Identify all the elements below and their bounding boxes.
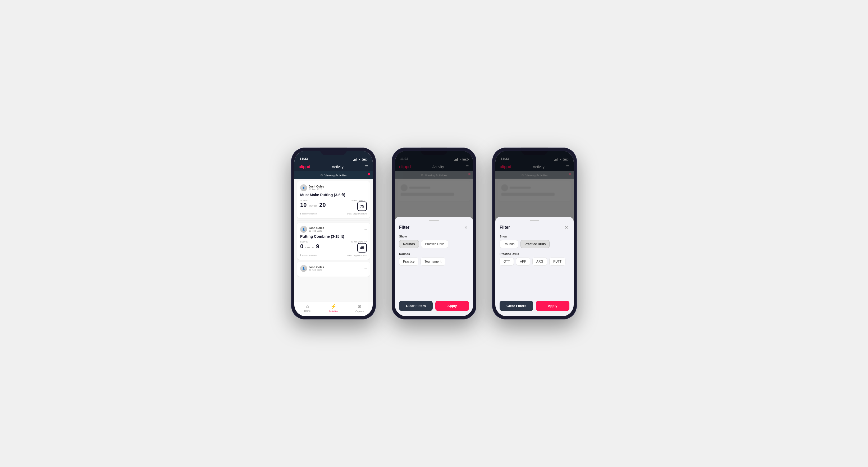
rounds-buttons-2: Practice Tournament	[399, 257, 469, 266]
apply-btn-2[interactable]: Apply	[435, 301, 469, 311]
score-value-1: 10	[300, 201, 307, 208]
notification-dot-1	[368, 173, 370, 175]
user-name-3: Josh Coles	[309, 266, 324, 269]
shot-quality-label-2: Shot Quality	[351, 241, 367, 243]
rounds-label-2: Rounds	[399, 252, 469, 255]
data-source-1: Data: Clippd Capture	[347, 213, 367, 215]
activities-label-1: Activities	[329, 310, 338, 313]
modal-header-3: Filter ✕	[500, 224, 569, 230]
phone-2: 11:33 ▲ clippd Activity	[392, 148, 476, 319]
activity-title-1: Must Make Putting (3-6 ft)	[300, 193, 367, 197]
modal-overlay-3: Filter ✕ Show Rounds Practice Drills Pra…	[495, 151, 574, 316]
rounds-section-2: Rounds Practice Tournament	[399, 252, 469, 266]
viewing-bar-1[interactable]: ⚙ Viewing Activities	[294, 172, 373, 179]
test-info-2: ℹ Test Information	[300, 254, 317, 256]
bottom-nav-1: ⌂ Home ⚡ Activities ⊕ Capture	[294, 301, 373, 316]
divider-1	[297, 220, 370, 221]
activity-item-3[interactable]: 👤 Josh Coles 28 Feb 2023 ···	[297, 262, 370, 277]
putt-btn-3[interactable]: PUTT	[549, 257, 565, 266]
show-buttons-2: Rounds Practice Drills	[399, 240, 469, 248]
modal-close-2[interactable]: ✕	[463, 224, 469, 230]
modal-title-3: Filter	[500, 225, 510, 230]
user-date-1: 28 Feb 2023	[309, 188, 324, 191]
practice-drills-btn-2[interactable]: Practice Drills	[421, 240, 448, 248]
modal-footer-3: Clear Filters Apply	[500, 297, 569, 311]
modal-title-2: Filter	[399, 225, 409, 230]
activity-item-1[interactable]: 👤 Josh Coles 28 Feb 2023 ··· Must Make P…	[297, 181, 370, 218]
show-buttons-3: Rounds Practice Drills	[500, 240, 569, 248]
practice-section-3: Practice Drills OTT APP ARG PUTT	[500, 252, 569, 266]
show-label-2: Show	[399, 235, 469, 238]
user-date-3: 28 Feb 2023	[309, 269, 324, 271]
activity-item-2[interactable]: 👤 Josh Coles 28 Feb 2023 ··· Putting Com…	[297, 223, 370, 260]
modal-handle-3	[530, 220, 539, 221]
capture-label-1: Capture	[355, 310, 364, 313]
practice-drills-btn-3[interactable]: Practice Drills	[521, 240, 550, 248]
status-time-1: 11:33	[300, 157, 308, 161]
nav-capture-1[interactable]: ⊕ Capture	[346, 304, 373, 313]
clear-filters-btn-2[interactable]: Clear Filters	[399, 301, 433, 311]
more-options-1[interactable]: ···	[364, 186, 367, 190]
tournament-btn-2[interactable]: Tournament	[421, 257, 445, 266]
practice-drills-label-3: Practice Drills	[500, 252, 569, 255]
user-info-3: 👤 Josh Coles 28 Feb 2023	[300, 265, 324, 272]
home-icon-1: ⌂	[306, 304, 309, 309]
modal-header-2: Filter ✕	[399, 224, 469, 230]
out-of-1: OUT OF	[308, 205, 317, 207]
data-source-2: Data: Clippd Capture	[347, 254, 367, 256]
arg-btn-3[interactable]: ARG	[532, 257, 547, 266]
battery-icon-1	[362, 158, 367, 161]
user-name-2: Josh Coles	[309, 226, 324, 229]
header-title-1: Activity	[332, 165, 343, 169]
nav-home-1[interactable]: ⌂ Home	[294, 304, 320, 313]
shot-quality-value-1: 75	[360, 204, 364, 208]
avatar-3: 👤	[300, 265, 307, 272]
filter-icon-1: ⚙	[320, 174, 323, 177]
practice-buttons-3: OTT APP ARG PUTT	[500, 257, 569, 266]
viewing-bar-text-1: Viewing Activities	[324, 174, 347, 177]
rounds-btn-3[interactable]: Rounds	[500, 240, 518, 248]
more-options-2[interactable]: ···	[364, 227, 367, 231]
show-label-3: Show	[500, 235, 569, 238]
menu-icon-1[interactable]: ☰	[365, 165, 368, 169]
out-of-2: OUT OF	[305, 246, 314, 249]
score-value-2: 0	[300, 243, 303, 250]
filter-show-section-3: Show Rounds Practice Drills	[500, 235, 569, 248]
notch-1	[320, 148, 347, 155]
capture-icon-1: ⊕	[358, 304, 362, 309]
test-info-1: ℹ Test Information	[300, 213, 317, 215]
score-label-1: Score	[300, 199, 326, 201]
modal-handle-2	[429, 220, 439, 221]
nav-activities-1[interactable]: ⚡ Activities	[320, 304, 347, 313]
avatar-1: 👤	[300, 184, 307, 191]
activity-list-1: 👤 Josh Coles 28 Feb 2023 ··· Must Make P…	[294, 179, 373, 301]
status-icons-1: ▲	[353, 158, 367, 161]
filter-sheet-2: Filter ✕ Show Rounds Practice Drills Rou…	[395, 217, 473, 316]
activities-icon-1: ⚡	[331, 304, 336, 309]
avatar-2: 👤	[300, 226, 307, 233]
phone-1: 11:33 ▲ clippd Activity	[291, 148, 376, 319]
scene: 11:33 ▲ clippd Activity	[275, 132, 593, 335]
user-info-1: 👤 Josh Coles 28 Feb 2023	[300, 184, 324, 191]
activity-title-2: Putting Combine (3-15 ft)	[300, 234, 367, 239]
filter-show-section-2: Show Rounds Practice Drills	[399, 235, 469, 248]
score-label-2: Score	[300, 241, 319, 243]
logo-1: clippd	[299, 164, 310, 169]
app-btn-3[interactable]: APP	[516, 257, 530, 266]
filter-sheet-3: Filter ✕ Show Rounds Practice Drills Pra…	[495, 217, 574, 316]
apply-btn-3[interactable]: Apply	[536, 301, 569, 311]
user-date-2: 28 Feb 2023	[309, 229, 324, 232]
rounds-btn-2[interactable]: Rounds	[399, 240, 419, 248]
clear-filters-btn-3[interactable]: Clear Filters	[500, 301, 533, 311]
ott-btn-3[interactable]: OTT	[500, 257, 514, 266]
shot-quality-value-2: 45	[360, 246, 364, 250]
user-name-1: Josh Coles	[309, 185, 324, 188]
more-options-3[interactable]: ···	[364, 266, 367, 271]
modal-close-3[interactable]: ✕	[563, 224, 569, 230]
user-info-2: 👤 Josh Coles 28 Feb 2023	[300, 226, 324, 233]
practice-round-btn-2[interactable]: Practice	[399, 257, 418, 266]
shots-value-2: 9	[316, 243, 319, 250]
phone-3: 11:33 ▲ clippd Activity	[492, 148, 577, 319]
modal-overlay-2: Filter ✕ Show Rounds Practice Drills Rou…	[395, 151, 473, 316]
app-header-1: clippd Activity ☰	[294, 162, 373, 172]
